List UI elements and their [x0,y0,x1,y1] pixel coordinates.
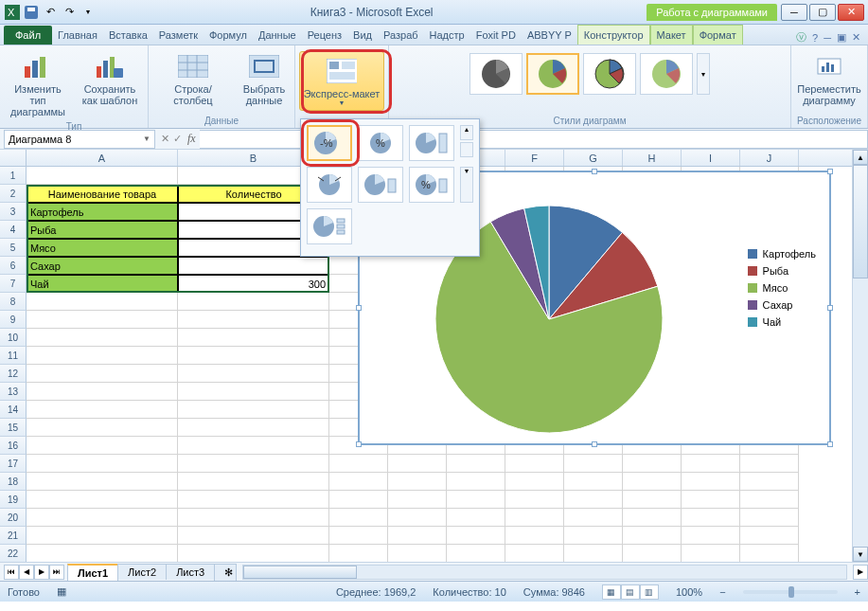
row-header-8[interactable]: 8 [0,293,27,311]
cell-G18[interactable] [564,473,623,491]
row-header-14[interactable]: 14 [0,401,27,419]
cell-E20[interactable] [447,509,505,527]
hscroll-right[interactable]: ▶ [853,565,868,580]
move-chart-button[interactable]: Переместить диаграмму [797,49,861,108]
cell-I18[interactable] [682,473,740,491]
tab-insert[interactable]: Вставка [103,26,153,45]
cell-B22[interactable] [178,545,329,562]
cell-J20[interactable] [740,509,799,527]
save-icon[interactable] [23,4,40,21]
layout-option-6[interactable]: % [409,167,454,203]
row-header-17[interactable]: 17 [0,455,27,473]
cell-A9[interactable] [27,311,178,329]
change-chart-type-button[interactable]: Изменить тип диаграммы [6,49,70,119]
zoom-slider-thumb[interactable] [788,586,794,598]
tab-developer[interactable]: Разраб [378,26,424,45]
layout-option-2[interactable]: % [358,125,403,161]
cell-F20[interactable] [505,509,564,527]
cell-B18[interactable] [178,473,329,491]
cell-E18[interactable] [447,473,505,491]
horizontal-scrollbar[interactable] [242,565,847,580]
row-header-16[interactable]: 16 [0,437,27,455]
switch-row-column-button[interactable]: Строка/столбец [154,49,232,108]
maximize-button[interactable]: ▢ [809,4,836,21]
save-as-template-button[interactable]: Сохранить как шаблон [78,49,142,108]
hscroll-thumb[interactable] [243,566,357,579]
gallery-scroll-down[interactable]: ▼ [460,167,473,203]
gallery-scroll-thumb[interactable] [460,142,473,157]
cell-D17[interactable] [388,455,447,473]
tab-addins[interactable]: Надстр [424,26,470,45]
sheet-tab-1[interactable]: Лист1 [67,564,118,581]
cell-F17[interactable] [505,455,564,473]
zoom-slider[interactable] [743,590,838,594]
name-box[interactable]: Диаграмма 8 ▼ [4,130,155,149]
cell-A13[interactable] [27,383,178,401]
cell-G22[interactable] [564,545,623,562]
cell-I21[interactable] [682,527,740,545]
row-header-21[interactable]: 21 [0,527,27,545]
cell-A7[interactable]: Чай [27,275,178,293]
row-header-10[interactable]: 10 [0,329,27,347]
gallery-scroll-up[interactable]: ▲ [460,125,473,140]
cell-A1[interactable] [27,167,178,185]
cell-E17[interactable] [447,455,505,473]
cell-C17[interactable] [329,455,388,473]
sheet-nav-last[interactable]: ⏭ [49,565,64,580]
style-thumb-3[interactable] [583,53,636,95]
row-header-9[interactable]: 9 [0,311,27,329]
tab-home[interactable]: Главная [52,26,103,45]
cell-C19[interactable] [329,491,388,509]
cell-I22[interactable] [682,545,740,562]
cell-J21[interactable] [740,527,799,545]
cell-J18[interactable] [740,473,799,491]
cell-H19[interactable] [623,491,682,509]
row-header-19[interactable]: 19 [0,491,27,509]
cell-I20[interactable] [682,509,740,527]
select-all-corner[interactable] [0,150,27,166]
close-button[interactable]: ✕ [838,4,864,21]
cell-A15[interactable] [27,419,178,437]
help-icon[interactable]: ? [812,32,818,44]
legend-item-4[interactable]: Чай [748,316,816,328]
cell-G20[interactable] [564,509,623,527]
cell-D21[interactable] [388,527,447,545]
cell-B11[interactable] [178,347,329,365]
layout-option-1[interactable]: -% [307,125,352,161]
tab-design[interactable]: Конструктор [577,25,650,45]
minimize-button[interactable]: ─ [781,4,807,21]
cell-E19[interactable] [447,491,505,509]
row-header-3[interactable]: 3 [0,203,27,221]
cell-B19[interactable] [178,491,329,509]
cell-A17[interactable] [27,455,178,473]
undo-icon[interactable]: ↶ [42,4,59,21]
cell-B10[interactable] [178,329,329,347]
cell-D20[interactable] [388,509,447,527]
minimize-ribbon-icon[interactable]: ⓥ [796,30,806,45]
doc-minimize-icon[interactable]: ─ [824,32,831,44]
cell-A18[interactable] [27,473,178,491]
cell-D18[interactable] [388,473,447,491]
cell-J19[interactable] [740,491,799,509]
cell-G19[interactable] [564,491,623,509]
layout-option-7[interactable] [307,208,352,244]
cell-I19[interactable] [682,491,740,509]
cell-B13[interactable] [178,383,329,401]
chart-legend[interactable]: КартофельРыбаМясоСахарЧай [748,248,816,333]
sheet-tab-3[interactable]: Лист3 [166,564,215,580]
col-header-I[interactable]: I [682,150,740,166]
cell-E21[interactable] [447,527,505,545]
zoom-out-button[interactable]: − [719,586,725,598]
col-header-G[interactable]: G [564,150,623,166]
cell-E22[interactable] [447,545,505,562]
cell-B6[interactable] [178,257,329,275]
row-header-6[interactable]: 6 [0,257,27,275]
cell-F18[interactable] [505,473,564,491]
legend-item-0[interactable]: Картофель [748,248,816,260]
cell-B20[interactable] [178,509,329,527]
macro-record-icon[interactable]: ▦ [57,585,66,598]
cell-A21[interactable] [27,527,178,545]
tab-format[interactable]: Формат [693,25,743,45]
cell-A14[interactable] [27,401,178,419]
vertical-scrollbar[interactable]: ▲ ▼ [852,150,868,562]
